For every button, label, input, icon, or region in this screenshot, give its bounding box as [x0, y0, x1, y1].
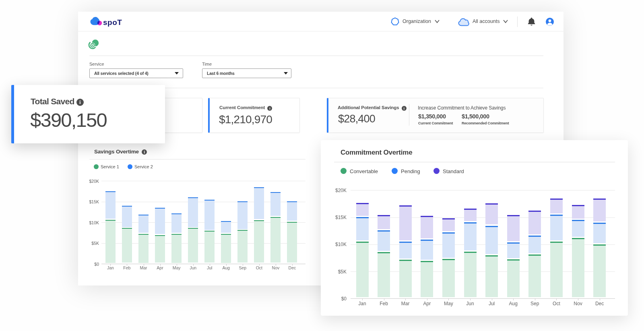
svg-text:spoT: spoT — [103, 18, 122, 27]
